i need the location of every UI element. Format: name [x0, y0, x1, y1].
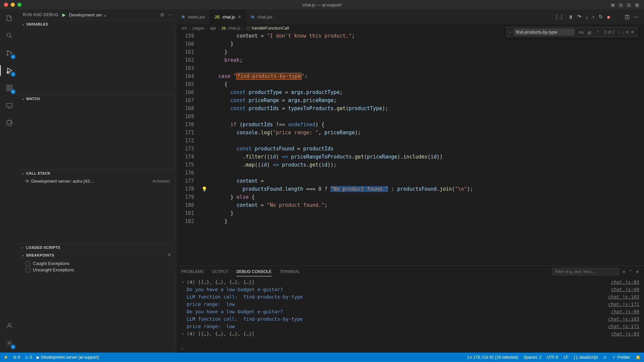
loaded-scripts-section-header[interactable]: › LOADED SCRIPTS — [19, 244, 177, 251]
call-stack-item[interactable]: ⟳ Development server: astro [43... RUNNI… — [19, 178, 177, 184]
scm-badge: 1 — [11, 54, 15, 59]
match-word-icon[interactable]: ab — [586, 29, 593, 36]
svg-rect-7 — [7, 89, 9, 91]
debug-badge: 1 — [11, 72, 15, 77]
step-into-icon[interactable]: ↓ — [586, 14, 588, 20]
checkbox[interactable] — [26, 268, 30, 272]
notifications-icon[interactable]: 🔔 — [636, 355, 641, 360]
breakpoint-caught[interactable]: Caught Exceptions — [19, 260, 177, 267]
svg-point-2 — [7, 54, 8, 56]
panel-tab-problems[interactable]: PROBLEMS — [181, 267, 204, 276]
symbol-icon: ⬡ — [246, 26, 250, 31]
more-icon[interactable]: ⋯ — [168, 12, 173, 17]
layout-panel-icon[interactable]: ▤ — [618, 2, 624, 8]
find-prev-icon[interactable]: ↑ — [617, 30, 620, 35]
feedback-icon[interactable]: ☺ — [603, 355, 607, 360]
match-case-icon[interactable]: Aa — [578, 29, 585, 36]
tab-chat-jsx[interactable]: ⚛ chat.jsx — [246, 9, 277, 24]
find-widget: › Aa ab .* 2 of 2 ↑ ↓ ≡ ✕ — [506, 27, 637, 37]
pause-icon[interactable]: ⏸ — [568, 14, 573, 20]
code-editor[interactable]: 1591601611621631641651661671681691701711… — [177, 32, 644, 265]
console-prompt[interactable]: › — [177, 345, 644, 353]
checkbox[interactable] — [26, 261, 30, 266]
clear-console-icon[interactable]: ≡ — [623, 269, 625, 274]
stop-icon[interactable]: ■ — [607, 14, 610, 20]
debug-status[interactable]: ▶ Development server (ai-support) — [37, 355, 99, 360]
prettier-status[interactable]: ✓ Prettier — [612, 355, 630, 360]
debug-console-output[interactable]: ›(4) [{…}, {…}, {…}, {…}]chat.js:83Do yo… — [177, 278, 644, 345]
breakpoints-section-header[interactable]: ⌄ BREAKPOINTS ✎ — [19, 251, 177, 259]
remote-icon[interactable] — [4, 100, 15, 111]
run-debug-icon[interactable]: 1 — [4, 65, 15, 76]
extensions-icon[interactable]: 6 — [4, 83, 15, 93]
regex-icon[interactable]: .* — [594, 29, 601, 36]
breakpoint-uncaught[interactable]: Uncaught Exceptions — [19, 267, 177, 273]
accounts-icon[interactable] — [4, 320, 15, 331]
layout-customize-icon[interactable]: ▦ — [634, 2, 640, 8]
search-icon[interactable] — [4, 30, 15, 41]
more-actions-icon[interactable]: ⋯ — [634, 14, 639, 20]
status-bar: ⚡ ⊘ 0 ⚠ 0 ▶ Development server (ai-suppo… — [0, 353, 644, 362]
maximize-window[interactable] — [17, 3, 21, 7]
toggle-replace-icon[interactable]: › — [509, 30, 511, 35]
close-panel-icon[interactable]: ✕ — [636, 269, 639, 274]
settings-gear-icon[interactable]: 1 — [4, 338, 15, 349]
close-find-icon[interactable]: ✕ — [631, 30, 634, 35]
svg-point-1 — [7, 51, 8, 52]
language-mode[interactable]: { } JavaScript — [574, 355, 598, 360]
find-next-icon[interactable]: ↓ — [622, 30, 624, 35]
svg-point-3 — [11, 52, 12, 54]
svg-point-11 — [8, 323, 10, 326]
svg-point-0 — [7, 33, 11, 37]
explorer-icon[interactable] — [4, 13, 15, 24]
svg-rect-6 — [10, 85, 12, 87]
panel-tab-terminal[interactable]: TERMINAL — [280, 267, 300, 276]
encoding[interactable]: UTF-8 — [547, 355, 558, 360]
run-debug-title: RUN AND DEBUG — [23, 12, 59, 17]
find-selection-icon[interactable]: ≡ — [626, 30, 629, 35]
chevron-down-icon: ⌄ — [21, 96, 25, 101]
call-stack-section-header[interactable]: ⌄ CALL STACK — [19, 170, 177, 177]
react-icon: ⚛ — [181, 14, 185, 19]
edit-icon[interactable]: ✎ — [168, 253, 171, 258]
editor-area: ⚛ index.jsx JS chat.js ✕ ⚛ chat.jsx ⋮⋮ ⏸… — [177, 9, 644, 353]
chevron-down-icon: ⌄ — [21, 253, 25, 257]
minimize-window[interactable] — [11, 3, 15, 7]
cursor-position[interactable]: Ln 178, Col 42 (19 selected) — [468, 355, 518, 360]
layout-sidebar-left-icon[interactable]: ▣ — [610, 2, 616, 8]
step-out-icon[interactable]: ↑ — [592, 14, 595, 20]
watch-section-header[interactable]: ⌄ WATCH — [19, 95, 177, 102]
lightbulb-icon[interactable]: 💡 — [201, 185, 207, 193]
remote-indicator[interactable]: ⚡ — [3, 355, 8, 360]
start-debug-button[interactable]: ▶ — [62, 12, 66, 17]
tab-chat-js[interactable]: JS chat.js ✕ — [210, 9, 246, 24]
source-control-icon[interactable]: 1 — [4, 48, 15, 58]
debug-settings-icon[interactable]: ⚙ — [160, 12, 165, 17]
titlebar: chat.js — ai-support ▣ ▤ ▥ ▦ — [0, 0, 644, 9]
eol[interactable]: LF — [564, 355, 568, 360]
find-count: 2 of 2 — [604, 30, 614, 35]
indentation[interactable]: Spaces: 2 — [523, 355, 541, 360]
close-tab-icon[interactable]: ✕ — [238, 14, 241, 19]
js-icon: JS — [215, 14, 220, 19]
split-editor-icon[interactable]: ◫ — [625, 14, 630, 20]
debug-config-select[interactable]: Development ser ⌄ — [69, 12, 107, 17]
tab-index-jsx[interactable]: ⚛ index.jsx — [177, 9, 210, 24]
layout-sidebar-right-icon[interactable]: ▥ — [626, 2, 632, 8]
drag-handle-icon[interactable]: ⋮⋮ — [554, 14, 564, 20]
collapse-panel-icon[interactable]: ⌃ — [629, 269, 632, 274]
panel-tab-debug-console[interactable]: DEBUG CONSOLE — [236, 267, 272, 276]
console-filter-input[interactable] — [552, 268, 619, 275]
close-window[interactable] — [4, 3, 8, 7]
restart-icon[interactable]: ↻ — [599, 14, 603, 20]
find-input[interactable] — [514, 29, 574, 36]
editor-tabs: ⚛ index.jsx JS chat.js ✕ ⚛ chat.jsx ⋮⋮ ⏸… — [177, 9, 644, 24]
variables-section-header[interactable]: ⌄ VARIABLES — [19, 20, 177, 28]
edge-icon[interactable] — [4, 118, 15, 128]
debug-sidebar: RUN AND DEBUG ▶ Development ser ⌄ ⚙ ⋯ ⌄ … — [19, 9, 177, 353]
errors-count[interactable]: ⊘ 0 — [13, 355, 20, 360]
panel-tab-output[interactable]: OUTPUT — [212, 267, 228, 276]
debug-toolbar: ⋮⋮ ⏸ ↷ ↓ ↑ ↻ ■ ◫ ⋯ — [554, 14, 644, 20]
warnings-count[interactable]: ⚠ 0 — [25, 355, 32, 360]
step-over-icon[interactable]: ↷ — [577, 14, 582, 20]
